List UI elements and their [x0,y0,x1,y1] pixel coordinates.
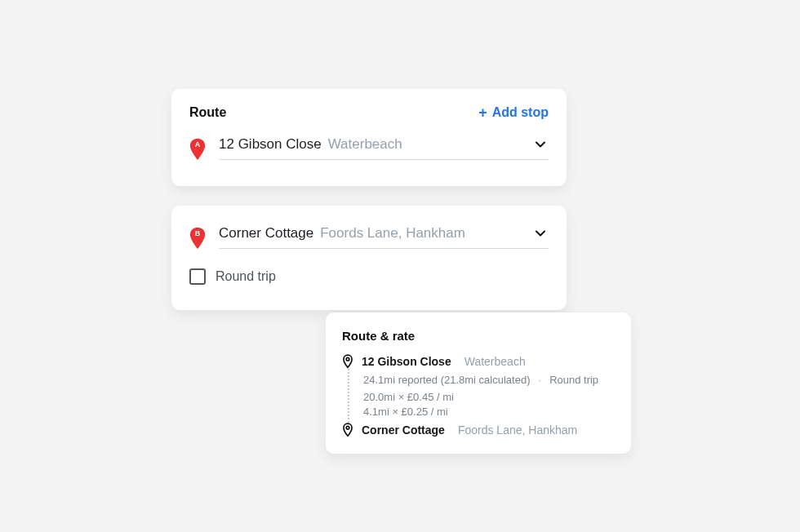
route-rate-title: Route & rate [342,329,615,343]
route-rate-to-row: Corner Cottage Foords Lane, Hankham [342,423,615,437]
svg-point-3 [346,426,349,429]
route-stop-b-card: B Corner Cottage Foords Lane, Hankham Ro… [171,206,567,310]
roundtrip-row: Round trip [189,268,549,285]
dot-separator: · [539,374,542,386]
chevron-down-icon [536,140,549,149]
route-rate-to-secondary: Foords Lane, Hankham [458,423,577,437]
reported-line: 24.1mi reported (21.8mi calculated) · Ro… [363,374,615,386]
roundtrip-label: Round trip [216,269,276,284]
route-header: Route + Add stop [189,105,549,120]
rate-line-1: 20.0mi × £0.45 / mi [363,391,615,403]
route-rate-from-secondary: Waterbeach [464,355,526,368]
map-pin-a-icon: A [189,138,206,159]
roundtrip-flag: Round trip [549,374,598,386]
stop-a-field[interactable]: 12 Gibson Close Waterbeach [219,136,549,160]
route-rate-to-primary: Corner Cottage [362,423,445,437]
plus-icon: + [478,105,487,120]
stop-b-field[interactable]: Corner Cottage Foords Lane, Hankham [219,225,549,249]
pin-letter-a: A [189,140,206,149]
stop-b-primary: Corner Cottage [219,225,313,242]
add-stop-button[interactable]: + Add stop [478,105,549,120]
add-stop-label: Add stop [492,105,549,120]
map-pin-b-icon: B [189,227,206,248]
route-title: Route [189,105,226,120]
stop-a-secondary: Waterbeach [328,136,402,153]
roundtrip-checkbox[interactable] [189,268,206,285]
chevron-down-icon [536,228,549,238]
location-pin-icon [342,423,353,437]
route-rate-body: 12 Gibson Close Waterbeach 24.1mi report… [342,354,615,437]
stop-b-row: B Corner Cottage Foords Lane, Hankham [189,225,549,249]
stop-a-primary: 12 Gibson Close [219,136,322,153]
stop-b-secondary: Foords Lane, Hankham [320,225,465,242]
reported-distance: 24.1mi reported (21.8mi calculated) [363,374,531,386]
route-rate-from-primary: 12 Gibson Close [362,355,451,368]
route-rate-details: 24.1mi reported (21.8mi calculated) · Ro… [348,369,615,423]
location-pin-icon [342,354,353,369]
route-stop-a-card: Route + Add stop A 12 Gibson Close Water… [171,89,567,186]
svg-point-2 [346,357,349,361]
pin-letter-b: B [189,229,206,237]
route-rate-card: Route & rate 12 Gibson Close Waterbeach … [326,313,631,454]
rate-line-2: 4.1mi × £0.25 / mi [363,406,615,418]
stop-a-row: A 12 Gibson Close Waterbeach [189,136,549,160]
route-rate-from-row: 12 Gibson Close Waterbeach [342,354,615,369]
